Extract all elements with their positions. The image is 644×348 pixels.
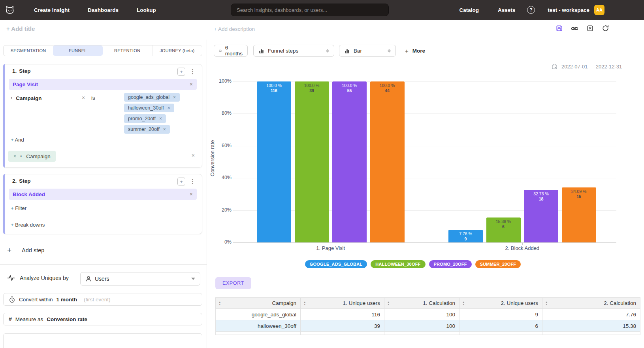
column-header-1-unique-users[interactable]: ▲▼1. Unique users [301,298,384,309]
nav-item-catalog[interactable]: Catalog [459,7,479,13]
add-breakdown-link[interactable]: + Break downs [11,222,45,228]
refresh-icon[interactable] [602,25,609,32]
analyze-row: Analyze Uniques by [7,274,69,282]
step-menu-icon[interactable]: ⋮ [190,68,196,75]
add-and-filter-link[interactable]: + And [11,137,24,143]
remove-event-icon[interactable]: × [190,81,193,87]
bar-percent-label: 100.0 % [266,83,282,88]
analyze-entity-select[interactable]: Users [80,272,200,286]
sort-icon[interactable]: ▲▼ [387,301,390,306]
chart-type-select[interactable]: Bar [339,45,396,57]
add-description-button[interactable]: + Add description [214,26,255,32]
table-cell: 7.76 [542,309,640,320]
tab-funnel[interactable]: FUNNEL [53,45,102,56]
event-name[interactable]: Page Visit [13,81,38,87]
column-header-campaign[interactable]: ▲▼Campaign [216,298,301,309]
nav-item-assets[interactable]: Assets [498,7,515,13]
funnel-bar-halloween-30off-1-page-visit[interactable]: 100.0 %39 [295,81,329,242]
chip-remove-icon[interactable]: × [163,127,166,132]
conversion-window-box[interactable]: Convert within 1 month (first event) [3,293,202,306]
funnel-bar-halloween-30off-2-block-added[interactable]: 15.38 %6 [486,218,521,242]
add-filter-link[interactable]: + Filter [11,205,26,211]
convert-value[interactable]: 1 month [56,297,77,303]
remove-filter-icon[interactable]: × [82,95,85,101]
legend-chip-summer-20off[interactable]: SUMMER_20OFF [475,260,521,268]
clear-close-icon[interactable] [586,25,594,32]
remove-breakdown-icon[interactable]: × [13,153,16,159]
copy-link-icon[interactable] [571,25,578,32]
funnel-bar-google-ads-global-2-block-added[interactable]: 7.76 %9 [448,230,483,242]
export-button[interactable]: EXPORT [215,277,251,289]
table-cell: 6 [459,320,542,332]
chip-remove-icon[interactable]: × [159,116,162,121]
nav-item-lookup[interactable]: Lookup [137,7,156,13]
column-header-2-calculation[interactable]: ▲▼2. Calculation [542,298,640,309]
sort-icon[interactable]: ▲▼ [545,301,548,306]
app-root: Create insightDashboardsLookup CatalogAs… [0,0,644,348]
filter-value-chip[interactable]: halloween_30off× [124,104,174,112]
filter-operator[interactable]: is [91,95,95,101]
legend-chip-promo-20off[interactable]: PROMO_20OFF [429,260,472,268]
table-cell: 100 [384,309,459,320]
remove-breakdown-row-icon[interactable]: × [192,152,195,159]
filter-value-chip[interactable]: google_ads_global× [124,93,180,102]
add-event-icon[interactable]: + [177,68,185,76]
bullet-icon: · [20,153,22,160]
measure-box[interactable]: # Measure as Conversion rate [3,313,202,325]
event-name[interactable]: Block Added [13,191,45,197]
tab-retention[interactable]: RETENTION [103,45,152,56]
measure-value[interactable]: Conversion rate [47,316,87,322]
breakdown-property[interactable]: Campaign [26,153,51,159]
date-range-value: 2022-07-01 — 2022-12-31 [561,64,622,70]
add-event-icon[interactable]: + [177,178,185,185]
filter-value-chip[interactable]: promo_20off× [124,114,166,123]
column-header-2-unique-users[interactable]: ▲▼2. Unique users [459,298,542,309]
chip-remove-icon[interactable]: × [168,105,170,111]
y-tick-label: 60% [212,143,232,148]
funnel-bar-summer-20off-1-page-visit[interactable]: 100.0 %44 [370,81,405,242]
sort-icon[interactable]: ▲▼ [218,301,221,306]
save-icon[interactable] [555,25,563,32]
brand-cat-logo-icon[interactable] [4,4,16,16]
chip-remove-icon[interactable]: × [173,95,176,100]
nav-item-dashboards[interactable]: Dashboards [88,7,119,13]
breakdown-pill[interactable]: × · Campaign [8,151,56,162]
funnel-bar-promo-20off-1-page-visit[interactable]: 100.0 %55 [332,81,367,242]
add-step-button[interactable]: + Add step [7,246,44,255]
top-navbar: Create insightDashboardsLookup CatalogAs… [0,0,644,20]
sort-icon[interactable]: ▲▼ [303,301,306,306]
filter-property[interactable]: Campaign [16,95,41,101]
table-cell: 39 [301,320,384,332]
time-window-button[interactable]: 6 months [214,45,248,57]
select-caret-icon [388,49,391,53]
funnel-bar-google-ads-global-1-page-visit[interactable]: 100.0 %116 [257,81,291,242]
avatar[interactable]: AA [594,5,604,15]
group-by-select[interactable]: Funnel steps [253,45,334,57]
event-row[interactable]: Block Added × [9,189,197,200]
search-input[interactable] [231,4,389,16]
legend-chip-google-ads-global[interactable]: GOOGLE_ADS_GLOBAL [305,260,367,268]
nav-item-create-insight[interactable]: Create insight [34,7,70,13]
column-header-1-calculation[interactable]: ▲▼1. Calculation [384,298,459,309]
event-row[interactable]: Page Visit × [9,79,197,90]
sort-icon[interactable]: ▲▼ [462,301,465,306]
results-table: ▲▼Campaign▲▼1. Unique users▲▼1. Calculat… [215,297,640,335]
group-by-value: Funnel steps [268,48,298,54]
date-range[interactable]: 2022-07-01 — 2022-12-31 [552,64,622,70]
add-title-button[interactable]: + Add title [6,25,35,32]
more-button[interactable]: + More [405,45,425,57]
legend-chip-halloween-30off[interactable]: HALLOWEEN_30OFF [371,260,425,268]
filter-value-chip[interactable]: summer_20off× [124,125,170,134]
nav-menu: Create insightDashboardsLookup [16,7,156,13]
tab-journey-beta[interactable]: JOURNEY (beta) [152,45,202,56]
table-cell: 9 [459,309,542,320]
workspace-switcher[interactable]: test - workspace [548,7,589,13]
tab-segmentation[interactable]: SEGMENTATION [4,45,53,56]
remove-event-icon[interactable]: × [190,191,193,197]
help-icon[interactable]: ? [527,6,535,14]
step-menu-icon[interactable]: ⋮ [190,178,196,185]
funnel-bar-promo-20off-2-block-added[interactable]: 32.73 %18 [524,190,558,242]
funnel-bar-summer-20off-2-block-added[interactable]: 34.09 %15 [562,187,596,242]
table-row-partial [216,332,640,335]
chip-label: summer_20off [128,127,160,132]
